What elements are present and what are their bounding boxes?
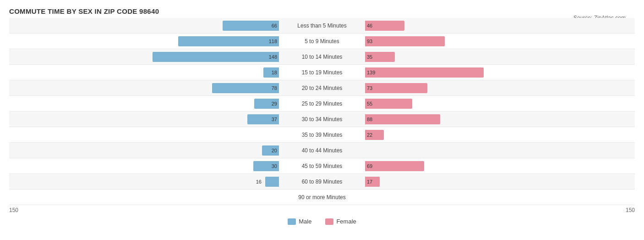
female-bar: 93	[365, 36, 445, 46]
female-bar: 22	[365, 130, 384, 140]
row-label: 20 to 24 Minutes	[281, 85, 363, 91]
male-section: 78	[9, 83, 281, 93]
female-bar: 17	[365, 177, 380, 187]
male-bar: 30	[253, 161, 279, 171]
male-section: 16	[9, 177, 281, 187]
female-value: 73	[365, 85, 374, 91]
male-value: 66	[270, 23, 279, 28]
row-label: 40 to 44 Minutes	[281, 147, 363, 154]
table-row: 66Less than 5 Minutes46	[9, 18, 635, 33]
female-section: 69	[363, 161, 635, 171]
male-section: 118	[9, 36, 281, 46]
male-section: 29	[9, 99, 281, 109]
female-bar: 35	[365, 52, 395, 62]
chart-title: COMMUTE TIME BY SEX IN ZIP CODE 98640	[9, 7, 635, 15]
row-label: 10 to 14 Minutes	[281, 54, 363, 60]
male-bar: 20	[262, 145, 279, 156]
female-section	[363, 145, 635, 156]
male-value: 37	[270, 117, 279, 122]
male-section	[9, 192, 281, 202]
legend-male: Male	[288, 218, 311, 225]
female-bar: 88	[365, 114, 440, 124]
female-value: 46	[365, 23, 374, 28]
table-row: 3045 to 59 Minutes69	[9, 158, 635, 174]
female-section: 73	[363, 83, 635, 93]
legend: Male Female	[9, 218, 635, 225]
female-value: 139	[365, 70, 377, 75]
male-section: 37	[9, 114, 281, 124]
row-label: 30 to 34 Minutes	[281, 116, 363, 123]
legend-male-box	[288, 218, 296, 225]
chart-container: 66Less than 5 Minutes461185 to 9 Minutes…	[9, 18, 635, 205]
row-label: 60 to 89 Minutes	[281, 179, 363, 185]
female-section: 93	[363, 36, 635, 46]
female-bar: 46	[365, 21, 404, 31]
male-value: 148	[267, 54, 279, 60]
row-label: 90 or more Minutes	[281, 194, 363, 201]
row-label: 45 to 59 Minutes	[281, 163, 363, 169]
table-row: 90 or more Minutes	[9, 190, 635, 205]
row-label: Less than 5 Minutes	[281, 22, 363, 29]
female-section: 17	[363, 177, 635, 187]
female-bar: 73	[365, 83, 427, 93]
legend-female: Female	[325, 218, 356, 225]
male-value: 29	[270, 101, 279, 106]
male-bar: 29	[254, 99, 279, 109]
male-value: 18	[270, 70, 279, 75]
female-bar: 139	[365, 67, 484, 78]
female-section: 46	[363, 21, 635, 31]
table-row: 1660 to 89 Minutes17	[9, 174, 635, 190]
male-section	[9, 130, 281, 140]
female-section: 35	[363, 52, 635, 62]
male-section: 148	[9, 52, 281, 62]
male-section: 20	[9, 145, 281, 156]
table-row: 7820 to 24 Minutes73	[9, 80, 635, 96]
legend-male-label: Male	[299, 218, 311, 225]
table-row: 2925 to 29 Minutes55	[9, 96, 635, 112]
table-row: 1815 to 19 Minutes139	[9, 65, 635, 80]
female-value: 17	[365, 179, 374, 184]
row-label: 25 to 29 Minutes	[281, 100, 363, 107]
table-row: 1185 to 9 Minutes93	[9, 33, 635, 49]
female-section: 22	[363, 130, 635, 140]
male-section: 30	[9, 161, 281, 171]
female-section	[363, 192, 635, 202]
male-bar: 37	[247, 114, 279, 124]
table-row: 35 to 39 Minutes22	[9, 127, 635, 143]
male-value: 16	[256, 179, 263, 184]
male-value: 118	[267, 39, 279, 44]
female-bar: 55	[365, 99, 412, 109]
row-label: 15 to 19 Minutes	[281, 69, 363, 76]
male-bar	[265, 177, 279, 187]
table-row: 14810 to 14 Minutes35	[9, 49, 635, 65]
legend-female-box	[325, 218, 333, 225]
legend-female-label: Female	[336, 218, 356, 225]
axis-right: 150	[626, 207, 635, 213]
male-bar: 18	[263, 67, 279, 78]
male-section: 66	[9, 21, 281, 31]
male-bar: 66	[223, 21, 279, 31]
female-section: 88	[363, 114, 635, 124]
female-value: 88	[365, 117, 374, 122]
male-value: 30	[270, 163, 279, 169]
female-value: 35	[365, 54, 374, 60]
male-bar: 78	[212, 83, 279, 93]
female-bar: 69	[365, 161, 424, 171]
female-value: 69	[365, 163, 374, 169]
male-bar: 148	[153, 52, 279, 62]
female-section: 139	[363, 67, 635, 78]
male-bar: 118	[178, 36, 279, 46]
table-row: 3730 to 34 Minutes88	[9, 112, 635, 127]
row-label: 5 to 9 Minutes	[281, 38, 363, 45]
axis-left: 150	[9, 207, 18, 213]
axis-labels: 150 150	[9, 207, 635, 213]
row-label: 35 to 39 Minutes	[281, 132, 363, 138]
female-value: 93	[365, 39, 374, 44]
male-section: 18	[9, 67, 281, 78]
male-value: 20	[270, 148, 279, 153]
female-section: 55	[363, 99, 635, 109]
table-row: 2040 to 44 Minutes	[9, 143, 635, 158]
male-value: 78	[270, 85, 279, 91]
female-value: 22	[365, 132, 374, 138]
female-value: 55	[365, 101, 374, 106]
